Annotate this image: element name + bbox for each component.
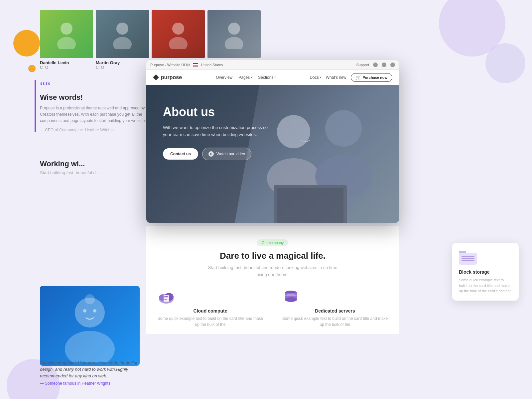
cloud-compute-title: Cloud compute — [156, 308, 264, 314]
our-company-badge: Our company — [257, 239, 288, 246]
team-photo-martin — [96, 10, 149, 58]
nav-overview[interactable]: Overview — [216, 75, 232, 80]
section-title: Dare to live a magical life. — [153, 251, 392, 261]
folder-line-2 — [462, 258, 474, 259]
working-section: Working wi... Start building fast, beaut… — [40, 160, 153, 175]
quote-bar — [35, 80, 36, 132]
pages-chevron-icon: ▾ — [251, 76, 252, 79]
svg-point-0 — [61, 23, 72, 35]
purpose-navbar: purpose Overview Pages ▾ Sections ▾ Docs… — [146, 70, 399, 85]
team-member-1: Danielle Levin CTO — [40, 10, 93, 70]
quote-mark: ““ — [40, 80, 153, 92]
section-subtitle: Start building fast, beautiful and moder… — [206, 264, 339, 278]
country-label: United States — [201, 63, 223, 67]
storage-icon-wrap — [459, 249, 479, 266]
docs-label: Docs — [310, 75, 319, 80]
whats-new-label: What's new — [326, 75, 346, 80]
logo-text: purpose — [161, 74, 182, 80]
dedicated-servers-title: Dedicated servers — [281, 308, 389, 314]
team-photos-row: Danielle Levin CTO Martin Gray CTO — [0, 3, 150, 76]
team-member-2: Martin Gray CTO — [96, 10, 149, 70]
hero-section: About us With we want to optimize the cu… — [146, 85, 399, 223]
svg-rect-23 — [164, 296, 168, 297]
support-label: Support — [356, 63, 369, 67]
sections-chevron-icon: ▾ — [274, 76, 276, 79]
docs-link[interactable]: Docs ▾ — [310, 75, 321, 80]
svg-rect-25 — [164, 299, 167, 300]
purchase-label: Purchase now — [362, 75, 387, 79]
nav-sections-label: Sections — [258, 75, 273, 80]
contact-us-button[interactable]: Contact us — [163, 148, 198, 160]
bottom-quote-text: Amazing template! All-in-one, clean code… — [40, 360, 140, 379]
dedicated-servers-desc: Some quick example text to build on the … — [281, 316, 389, 328]
cloud-compute-desc: Some quick example text to build on the … — [156, 316, 264, 328]
watch-video-button[interactable]: ▶ Watch our video — [202, 148, 251, 160]
team-photo-danielle — [40, 10, 93, 58]
cart-icon-nav: 🛒 — [356, 75, 361, 80]
team-photo-3 — [152, 10, 205, 58]
svg-point-30 — [285, 297, 297, 302]
nav-pages[interactable]: Pages ▾ — [238, 75, 252, 80]
docs-chevron-icon: ▾ — [320, 76, 321, 79]
svg-point-5 — [169, 37, 188, 49]
svg-point-7 — [225, 37, 243, 49]
services-row: Cloud compute Some quick example text to… — [153, 288, 392, 328]
hero-subtitle: With we want to optimize the customizati… — [163, 124, 269, 138]
nav-logo[interactable]: purpose — [153, 74, 182, 80]
block-storage-card: Block storage Some quick example text to… — [452, 243, 519, 301]
dedicated-servers-card: Dedicated servers Some quick example tex… — [278, 288, 392, 328]
block-storage-desc: Some quick example text to build on the … — [459, 277, 512, 294]
nav-pages-label: Pages — [238, 75, 250, 80]
svg-point-1 — [57, 37, 76, 49]
whats-new-link[interactable]: What's new — [326, 75, 346, 80]
left-panel: Danielle Levin CTO Martin Gray CTO — [0, 0, 150, 399]
purpose-window: Purpose - Website UI Kit United States S… — [146, 60, 399, 223]
svg-rect-24 — [164, 298, 168, 298]
nav-right: Docs ▾ What's new 🛒 Purchase now — [310, 73, 392, 82]
cart-icon-top[interactable] — [382, 63, 386, 67]
hero-content: About us With we want to optimize the cu… — [163, 105, 269, 160]
nav-links: Overview Pages ▾ Sections ▾ — [216, 75, 276, 80]
team-name-2: Martin Gray — [96, 60, 149, 65]
folder-line-1 — [462, 256, 474, 257]
svg-point-10 — [83, 309, 86, 313]
purpose-topbar: Purpose - Website UI Kit United States S… — [146, 60, 399, 70]
team-title-2: CTO — [96, 65, 149, 70]
bottom-quote-mark: " — [40, 351, 43, 359]
topbar-left: Purpose - Website UI Kit United States — [150, 63, 223, 67]
hero-buttons: Contact us ▶ Watch our video — [163, 148, 269, 160]
testimonial-text: Purpose is a professional theme reviewed… — [40, 105, 153, 124]
team-photo-4 — [207, 10, 261, 58]
settings-icon[interactable] — [390, 63, 395, 67]
watch-video-label: Watch our video — [216, 152, 245, 156]
play-icon: ▶ — [208, 151, 214, 157]
us-flag-icon — [193, 63, 198, 66]
testimonial-block: ““ Wise words! Purpose is a professional… — [40, 80, 153, 132]
bottom-testimonial: " Amazing template! All-in-one, clean co… — [40, 351, 140, 386]
svg-point-2 — [116, 23, 128, 35]
cloud-compute-card: Cloud compute Some quick example text to… — [153, 288, 268, 328]
purpose-kit-label: Purpose - Website UI Kit — [150, 63, 190, 67]
search-icon[interactable] — [373, 63, 378, 67]
testimonial-author: — CEO of Company Inc. Heather Wrights — [40, 128, 153, 132]
database-icon-wrap — [281, 288, 301, 305]
folder-line-3 — [462, 260, 474, 261]
svg-rect-18 — [277, 188, 343, 223]
topbar-right: Support — [356, 63, 395, 67]
bottom-quote-author: — Someone famous in Heather Wrights — [40, 381, 140, 386]
folder-lines — [462, 256, 474, 262]
folder-icon — [459, 251, 477, 265]
cloud-icon-wrap — [156, 288, 176, 305]
nav-overview-label: Overview — [216, 75, 232, 80]
block-storage-title: Block storage — [459, 269, 512, 275]
team-title-1: CTO — [40, 65, 93, 70]
svg-point-13 — [277, 115, 310, 148]
working-title: Working wi... — [40, 160, 153, 168]
nav-sections[interactable]: Sections ▾ — [258, 75, 276, 80]
team-name-1: Danielle Levin — [40, 60, 93, 65]
svg-point-3 — [113, 37, 132, 49]
logo-diamond-icon — [153, 74, 159, 80]
svg-point-6 — [228, 23, 240, 35]
hero-title: About us — [163, 105, 269, 119]
purchase-now-button[interactable]: 🛒 Purchase now — [351, 73, 392, 82]
